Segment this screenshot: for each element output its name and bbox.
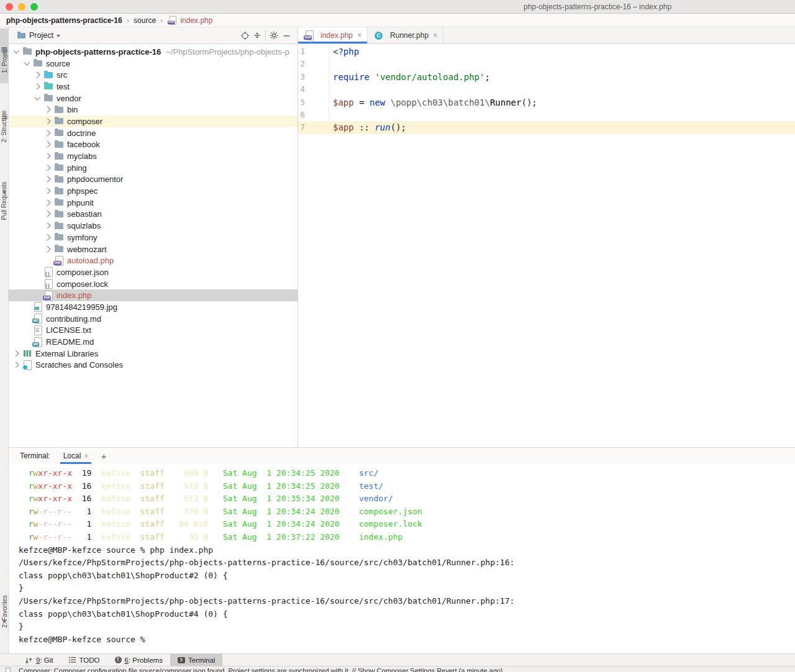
chevron-right-icon[interactable] (44, 164, 52, 171)
tree-item-sebastian[interactable]: sebastian (9, 209, 298, 220)
breadcrumb-project[interactable]: php-objects-patterns-practice-16 (6, 16, 122, 25)
chevron-down-icon[interactable] (23, 60, 30, 67)
breadcrumb-source[interactable]: source (134, 16, 156, 25)
tree-item-phpdocumentor[interactable]: phpdocumentor (9, 174, 298, 186)
tree-item-label: webmozart (67, 245, 107, 254)
locate-icon[interactable] (238, 29, 251, 42)
close-tab-icon[interactable]: × (357, 31, 361, 40)
chevron-right-icon[interactable] (44, 245, 52, 253)
terminal-line-4: rw-r--r-- 1 kefzce staff 370 B Sat Aug 1… (19, 506, 795, 519)
chevron-right-icon[interactable] (44, 222, 52, 230)
collapse-all-icon[interactable] (251, 29, 263, 42)
problems-toolwindow-button[interactable]: 6: Problems (107, 654, 170, 666)
tree-item-label: symfony (67, 233, 97, 242)
tree-item-squizlabs[interactable]: squizlabs (9, 220, 298, 232)
chevron-right-icon[interactable] (44, 176, 52, 183)
stripe-item-project[interactable]: 1: Project (0, 29, 9, 83)
stripe-item-favorites[interactable]: 2: Favorites ★ (0, 581, 9, 651)
tree-item-label: vendor (57, 94, 81, 103)
terminal-header: Terminal: Local × + (9, 448, 795, 464)
chevron-right-icon[interactable] (12, 361, 20, 369)
chevron-down-icon[interactable] (34, 94, 41, 102)
tree-item-phpunit[interactable]: phpunit (9, 197, 298, 209)
hide-panel-icon[interactable] (280, 29, 293, 42)
chevron-spacer (23, 315, 30, 322)
settings-gear-icon[interactable] (268, 29, 280, 42)
breadcrumb-file[interactable]: index.php (180, 16, 212, 25)
chevron-right-icon[interactable] (44, 234, 52, 241)
close-window-button[interactable] (6, 3, 13, 11)
zoom-window-button[interactable] (30, 3, 38, 11)
tree-item-license-txt[interactable]: LICENSE.txt (9, 325, 298, 337)
terminal-tab-local[interactable]: Local × (60, 448, 91, 464)
chevron-right-icon[interactable] (44, 211, 52, 218)
toolbar-row: Project (9, 27, 795, 44)
chevron-right-icon[interactable] (12, 350, 20, 357)
tree-item-test[interactable]: test (9, 81, 298, 93)
tree-item-9781484219959-jpg[interactable]: 9781484219959.jpg (9, 301, 298, 313)
tree-item-external-libraries[interactable]: External Libraries (9, 348, 298, 360)
close-tab-icon[interactable]: × (433, 31, 437, 40)
chevron-right-icon[interactable] (44, 188, 52, 195)
project-view-selector[interactable]: Project (29, 31, 53, 40)
tree-item-label: phing (67, 163, 87, 173)
todo-toolwindow-button[interactable]: TODO (61, 654, 107, 666)
tree-item-phpspec[interactable]: phpspec (9, 185, 298, 197)
tree-item-autoload-php[interactable]: autoload.php (9, 255, 298, 266)
chevron-down-icon[interactable] (57, 35, 60, 39)
folder-icon (53, 140, 64, 150)
terminal-output[interactable]: rwxr-xr-x 19 kefzce staff 608 B Sat Aug … (9, 464, 795, 653)
chevron-right-icon[interactable] (44, 106, 52, 114)
tree-item-facebook[interactable]: facebook (9, 139, 298, 151)
tree-item-webmozart[interactable]: webmozart (9, 243, 298, 255)
chevron-spacer (23, 338, 30, 346)
tree-item-vendor[interactable]: vendor (9, 93, 298, 104)
tree-item-bin[interactable]: bin (9, 104, 298, 116)
chevron-right-icon[interactable] (34, 71, 41, 79)
tree-item-scratches-and-consoles[interactable]: Scratches and Consoles (9, 360, 298, 371)
close-icon[interactable]: × (84, 452, 88, 460)
terminal-toolwindow-button[interactable]: Terminal (170, 654, 222, 666)
tab-runner-php[interactable]: Runner.php× (368, 27, 443, 43)
tree-item-src[interactable]: src (9, 69, 298, 81)
tree-item-composer-lock[interactable]: composer.lock (9, 278, 298, 290)
tree-item-source[interactable]: source (9, 58, 298, 70)
code-area[interactable]: 1<?php23require 'vendor/autoload.php';45… (298, 44, 795, 447)
stripe-item-pull-requests[interactable]: Pull Requests (0, 161, 9, 231)
stripe-item-structure[interactable]: 2: Structure (0, 89, 9, 154)
chevron-right-icon[interactable] (44, 117, 52, 125)
chevron-right-icon[interactable] (44, 153, 52, 160)
tree-item-label: doctrine (67, 129, 96, 138)
terminal-line-5: rw-r--r-- 1 kefzce staff 86 KiB Sat Aug … (19, 518, 795, 531)
tree-item-php-objects-patterns-practice-16[interactable]: php-objects-patterns-practice-16~/PhpSto… (9, 46, 298, 58)
minimize-window-button[interactable] (18, 3, 25, 11)
chevron-down-icon[interactable] (12, 48, 20, 55)
terminal-icon (178, 657, 185, 663)
tree-item-symfony[interactable]: symfony (9, 232, 298, 243)
chevron-right-icon[interactable] (44, 141, 52, 148)
line-number: 5 (298, 96, 329, 109)
tree-item-doctrine[interactable]: doctrine (9, 127, 298, 139)
tab-index-php[interactable]: index.php× (298, 27, 368, 43)
tree-item-readme-md[interactable]: README.md (9, 336, 298, 348)
tree-item-myclabs[interactable]: myclabs (9, 150, 298, 162)
chevron-right-icon[interactable] (34, 83, 41, 90)
terminal-line-9: class popp\ch03\batch01\ShopProduct#2 (0… (19, 570, 795, 583)
tree-item-contributing-md[interactable]: contributing.md (9, 313, 298, 325)
code-line-6: 6 (298, 109, 795, 121)
php-icon (53, 256, 64, 266)
folder-icon (22, 47, 32, 57)
stripe-label: 2: Favorites (1, 595, 8, 627)
tree-item-index-php[interactable]: index.php (9, 289, 298, 301)
bottom-toolbar: 9: Git TODO 6: Problems Terminal (0, 653, 795, 666)
new-terminal-tab-icon[interactable]: + (101, 451, 107, 461)
chevron-spacer (34, 280, 41, 288)
tree-item-composer[interactable]: composer (9, 116, 298, 127)
git-toolwindow-button[interactable]: 9: Git (17, 654, 61, 666)
chevron-spacer (23, 327, 30, 334)
stripe-label: 2: Structure (1, 110, 8, 142)
tree-item-composer-json[interactable]: composer.json (9, 266, 298, 278)
tree-item-phing[interactable]: phing (9, 162, 298, 174)
chevron-right-icon[interactable] (44, 199, 52, 206)
chevron-right-icon[interactable] (44, 129, 52, 137)
